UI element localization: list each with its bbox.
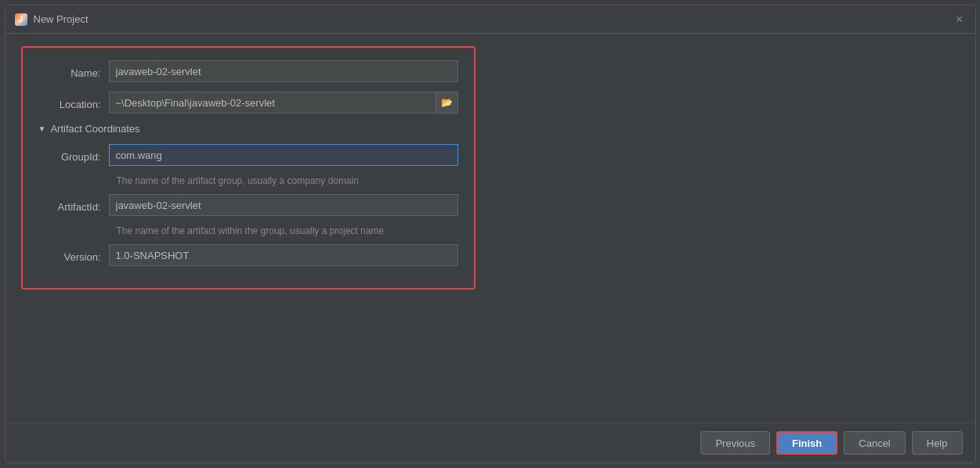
previous-button[interactable]: Previous [700,431,770,455]
artifactid-input[interactable] [109,194,458,216]
folder-icon: 📂 [441,97,453,108]
name-input[interactable] [109,60,458,82]
close-button[interactable]: × [953,13,966,26]
help-button[interactable]: Help [912,431,963,455]
artifact-highlight-box: Name: Location: 📂 ▼ Artifact Coordinates [21,46,476,290]
groupid-input[interactable] [109,144,458,166]
new-project-dialog: J New Project × Name: Location: 📂 [5,5,976,463]
groupid-label: GroupId: [38,148,109,163]
location-row: Location: 📂 [38,92,458,113]
browse-button[interactable]: 📂 [436,92,458,113]
version-row: Version: [38,244,458,266]
finish-button[interactable]: Finish [776,431,837,455]
version-label: Version: [38,248,109,263]
cancel-button[interactable]: Cancel [844,431,905,455]
section-header: ▼ Artifact Coordinates [38,123,458,135]
location-label: Location: [38,95,109,110]
dialog-footer: Previous Finish Cancel Help [5,423,975,463]
artifactid-group: ArtifactId: The name of the artifact wit… [38,194,458,236]
groupid-row: GroupId: [38,144,458,166]
dialog-title: New Project [34,13,89,25]
artifactid-label: ArtifactId: [38,198,109,213]
artifact-coordinates-section: ▼ Artifact Coordinates GroupId: The name… [38,123,458,266]
name-row: Name: [38,60,458,82]
expand-triangle-icon[interactable]: ▼ [38,124,46,133]
app-icon: J [15,13,27,26]
location-input-wrapper: 📂 [109,92,458,113]
version-input[interactable] [109,244,458,266]
artifactid-row: ArtifactId: [38,194,458,216]
title-bar-left: J New Project [15,13,89,26]
name-label: Name: [38,64,109,79]
location-input[interactable] [109,92,436,113]
dialog-content: Name: Location: 📂 ▼ Artifact Coordinates [5,34,975,423]
section-title: Artifact Coordinates [50,123,139,135]
groupid-group: GroupId: The name of the artifact group,… [38,144,458,186]
title-bar: J New Project × [5,5,975,34]
groupid-hint: The name of the artifact group, usually … [109,175,458,186]
artifactid-hint: The name of the artifact within the grou… [109,225,458,236]
